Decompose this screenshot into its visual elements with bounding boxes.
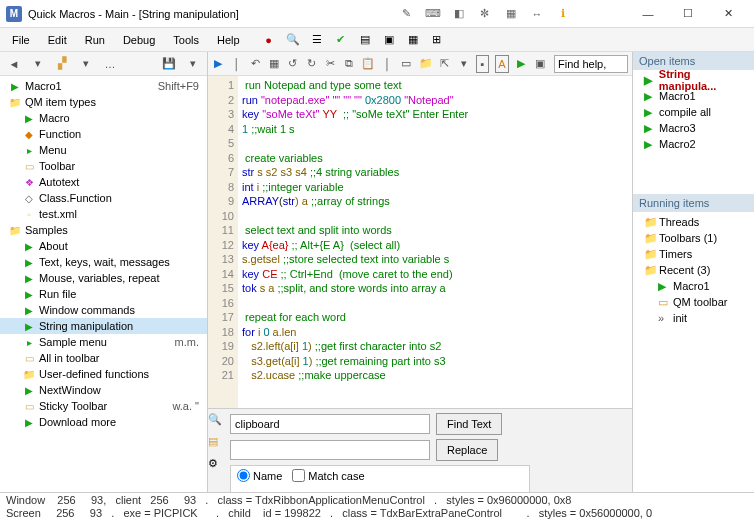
- list-item[interactable]: ▭QM toolbar: [633, 294, 754, 310]
- export-icon[interactable]: ⇱: [439, 55, 452, 73]
- replace-input[interactable]: [230, 440, 430, 460]
- play-icon: ▶: [22, 303, 36, 317]
- close-button[interactable]: ✕: [708, 0, 748, 28]
- list-icon[interactable]: ☰: [308, 31, 326, 49]
- save-icon[interactable]: 💾: [159, 55, 179, 73]
- list-item[interactable]: 📁Recent (3): [633, 262, 754, 278]
- new-icon[interactable]: ▞: [52, 55, 72, 73]
- tree-item[interactable]: ▶Window commands: [0, 302, 207, 318]
- minimize-button[interactable]: —: [628, 0, 668, 28]
- copy-icon[interactable]: ⧉: [343, 55, 356, 73]
- dropdown-icon[interactable]: ▾: [28, 55, 48, 73]
- tree-item[interactable]: ▶Run file: [0, 286, 207, 302]
- tree-item[interactable]: ▶About: [0, 238, 207, 254]
- copy-icon[interactable]: ▣: [380, 31, 398, 49]
- opt-name[interactable]: Name: [237, 469, 282, 482]
- highlight-icon[interactable]: ▤: [208, 435, 224, 451]
- tree-item[interactable]: ▶String manipulation: [0, 318, 207, 334]
- list-item[interactable]: 📁Timers: [633, 246, 754, 262]
- cut-icon[interactable]: ✂: [324, 55, 337, 73]
- back-icon[interactable]: ◄: [4, 55, 24, 73]
- list-item[interactable]: ▶Macro2: [633, 136, 754, 152]
- props-icon[interactable]: ▦: [268, 55, 281, 73]
- code-editor[interactable]: run Notepad and type some textrun "notep…: [238, 76, 632, 408]
- back-icon[interactable]: ↶: [249, 55, 262, 73]
- record-icon[interactable]: ●: [260, 31, 278, 49]
- menu-tools[interactable]: Tools: [165, 32, 207, 48]
- stop-icon[interactable]: ▣: [533, 55, 546, 73]
- redo-icon[interactable]: ↻: [305, 55, 318, 73]
- tree-item[interactable]: 📁User-defined functions: [0, 366, 207, 382]
- list-item[interactable]: ▶Macro3: [633, 120, 754, 136]
- menu-run[interactable]: Run: [77, 32, 113, 48]
- tree-item[interactable]: ▭Toolbar: [0, 158, 207, 174]
- tree-item[interactable]: ▶Mouse, variables, repeat: [0, 270, 207, 286]
- play-small-icon[interactable]: ▶: [515, 55, 528, 73]
- list-item[interactable]: 📁Toolbars (1): [633, 230, 754, 246]
- down-icon[interactable]: ▾: [457, 55, 470, 73]
- search-icon[interactable]: 🔍: [284, 31, 302, 49]
- opt-matchcase[interactable]: Match case: [292, 469, 364, 482]
- tree-item[interactable]: ▶Download more: [0, 414, 207, 430]
- folder-icon: 📁: [644, 232, 656, 245]
- undo-icon[interactable]: ↺: [287, 55, 300, 73]
- find-help-combo[interactable]: [554, 55, 628, 73]
- list-item[interactable]: ▶String manipula...: [633, 72, 754, 88]
- tree-item[interactable]: ❖Autotext: [0, 174, 207, 190]
- tree-item[interactable]: ▶Text, keys, wait, messages: [0, 254, 207, 270]
- tree-item[interactable]: ▶NextWindow: [0, 382, 207, 398]
- dropdown-icon[interactable]: ▾: [183, 55, 203, 73]
- tree-item[interactable]: 📁QM item types: [0, 94, 207, 110]
- run-icon[interactable]: ▶: [212, 55, 225, 73]
- sheet-icon[interactable]: ▤: [356, 31, 374, 49]
- grid-icon[interactable]: ⊞: [428, 31, 446, 49]
- play-icon: ▶: [644, 74, 656, 87]
- tree-item[interactable]: ▫test.xml: [0, 206, 207, 222]
- tree-item[interactable]: ◇Class.Function: [0, 190, 207, 206]
- list-item[interactable]: ▶Macro1: [633, 278, 754, 294]
- folder-icon: 📁: [8, 223, 22, 237]
- menu-help[interactable]: Help: [209, 32, 248, 48]
- search-input[interactable]: [230, 414, 430, 434]
- menu-debug[interactable]: Debug: [115, 32, 163, 48]
- tool-icon[interactable]: ✎: [399, 6, 415, 22]
- item-tree[interactable]: ▶Macro1Shift+F9📁QM item types▶Macro◆Func…: [0, 76, 207, 492]
- tool-icon[interactable]: ▦: [503, 6, 519, 22]
- tool-icon[interactable]: ↔: [529, 6, 545, 22]
- paste-icon[interactable]: 📋: [361, 55, 375, 73]
- tree-item[interactable]: ◆Function: [0, 126, 207, 142]
- window-title: Quick Macros - Main - [String manipulati…: [28, 8, 239, 20]
- more-icon[interactable]: …: [100, 55, 120, 73]
- line-gutter: 123456789101112131415161718192021: [208, 76, 238, 408]
- bookmark-icon[interactable]: ▭: [400, 55, 413, 73]
- maximize-button[interactable]: ☐: [668, 0, 708, 28]
- tree-item[interactable]: ▸Sample menum.m.: [0, 334, 207, 350]
- replace-button[interactable]: Replace: [436, 439, 498, 461]
- tree-item[interactable]: ▸Menu: [0, 142, 207, 158]
- tree-item[interactable]: ▶Macro: [0, 110, 207, 126]
- tool-icon[interactable]: ⌨: [425, 6, 441, 22]
- tree-item[interactable]: ▭All in toolbar: [0, 350, 207, 366]
- a-icon[interactable]: A: [495, 55, 508, 73]
- list-item[interactable]: ▶compile all: [633, 104, 754, 120]
- folder-icon[interactable]: 📁: [419, 55, 433, 73]
- check-icon[interactable]: ✔: [332, 31, 350, 49]
- item-label: User-defined functions: [39, 368, 149, 380]
- play-icon: ▶: [644, 138, 656, 151]
- dropdown-icon[interactable]: ▾: [76, 55, 96, 73]
- tree-item[interactable]: ▭Sticky Toolbarw.a. ": [0, 398, 207, 414]
- tree-item[interactable]: ▶Macro1Shift+F9: [0, 78, 207, 94]
- window-icon[interactable]: ▦: [404, 31, 422, 49]
- list-item[interactable]: »init: [633, 310, 754, 326]
- search-icon[interactable]: 🔍: [208, 413, 224, 429]
- menu-file[interactable]: File: [4, 32, 38, 48]
- tool-icon[interactable]: ◧: [451, 6, 467, 22]
- tool-icon[interactable]: ℹ: [555, 6, 571, 22]
- list-item[interactable]: 📁Threads: [633, 214, 754, 230]
- select-icon[interactable]: ▪: [476, 55, 489, 73]
- find-button[interactable]: Find Text: [436, 413, 502, 435]
- menu-edit[interactable]: Edit: [40, 32, 75, 48]
- tree-item[interactable]: 📁Samples: [0, 222, 207, 238]
- options-icon[interactable]: ⚙: [208, 457, 224, 473]
- tool-icon[interactable]: ✼: [477, 6, 493, 22]
